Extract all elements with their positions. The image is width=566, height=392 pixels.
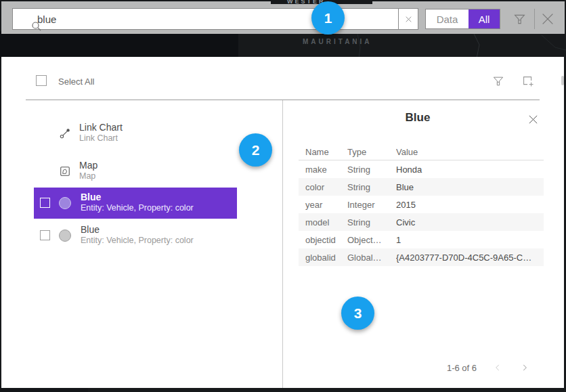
column-header-type: Type xyxy=(347,147,396,157)
select-all-checkbox[interactable] xyxy=(36,75,47,86)
table-row: color String Blue xyxy=(299,178,544,196)
attr-type: Global… xyxy=(347,253,396,263)
list-item-blue[interactable]: Blue Entity: Vehicle, Property: color xyxy=(34,220,237,251)
detail-title: Blue xyxy=(281,111,554,125)
entity-circle-icon xyxy=(59,230,71,242)
funnel-icon xyxy=(492,74,505,88)
attr-value: 1 xyxy=(396,235,544,245)
pagination-label: 1-6 of 6 xyxy=(416,363,477,373)
entity-circle-icon xyxy=(59,197,71,209)
search-results-panel: Select All Link Chart Link Chart xyxy=(1,57,564,388)
close-icon xyxy=(527,114,539,125)
list-item-title: Blue xyxy=(81,192,194,202)
annotation-badge-2: 2 xyxy=(239,133,272,167)
toolbar-filter-button[interactable] xyxy=(510,9,529,28)
attr-type: String xyxy=(347,165,396,175)
chevron-left-icon xyxy=(493,363,502,372)
attr-type: String xyxy=(347,217,396,227)
attr-type: Integer xyxy=(347,200,396,210)
panel-filter-button[interactable] xyxy=(489,72,507,90)
attribute-table-header: Name Type Value xyxy=(299,144,544,160)
annotation-badge-3: 3 xyxy=(341,297,374,330)
search-icon xyxy=(30,20,43,32)
map-label-mauritania: MAURITANIA xyxy=(303,38,372,45)
table-row: year Integer 2015 xyxy=(299,196,544,213)
table-row: make String Honda xyxy=(299,160,544,178)
attr-name: color xyxy=(299,182,347,192)
close-icon xyxy=(540,12,555,26)
table-row: objectid Object… 1 xyxy=(299,231,544,248)
list-item-map[interactable]: Map Map xyxy=(32,156,237,187)
list-item-title: Blue xyxy=(81,224,194,235)
item-checkbox[interactable] xyxy=(40,198,50,208)
attr-name: objectid xyxy=(299,235,347,245)
column-header-value: Value xyxy=(396,147,544,157)
previous-page-button[interactable] xyxy=(490,360,505,375)
select-all-label: Select All xyxy=(58,77,94,87)
link-chart-icon xyxy=(58,127,72,140)
table-row: globalid Global… {A4203777-D70D-4C5C-9A6… xyxy=(299,248,544,266)
attr-value: 2015 xyxy=(396,200,544,210)
funnel-icon xyxy=(513,12,527,26)
attr-value: Civic xyxy=(396,217,544,227)
list-item-subtitle: Link Chart xyxy=(79,133,123,144)
attribute-table: Name Type Value make String Honda color … xyxy=(299,144,544,266)
chevron-right-icon xyxy=(520,363,529,372)
map-icon xyxy=(58,165,72,178)
column-header-name: Name xyxy=(299,147,347,157)
list-item-title: Map xyxy=(79,160,97,171)
data-all-toggle: Data All xyxy=(425,9,500,29)
list-detail-divider xyxy=(282,100,283,388)
attr-value: Honda xyxy=(396,165,544,175)
detail-close-button[interactable] xyxy=(525,111,541,127)
list-item-title: Link Chart xyxy=(79,122,123,133)
attr-name: model xyxy=(299,217,347,227)
toolbar-close-button[interactable] xyxy=(538,9,557,28)
toggle-option-all[interactable]: All xyxy=(469,9,500,28)
list-item-subtitle: Entity: Vehicle, Property: color xyxy=(81,235,194,246)
attr-name: globalid xyxy=(299,253,347,263)
list-item-subtitle: Map xyxy=(79,171,97,181)
attr-name: year xyxy=(299,200,347,210)
attr-value: Blue xyxy=(396,182,544,192)
list-item-link-chart[interactable]: Link Chart Link Chart xyxy=(32,118,237,149)
next-page-button[interactable] xyxy=(517,360,532,375)
attr-type: String xyxy=(347,182,396,192)
list-item-blue-selected[interactable]: Blue Entity: Vehicle, Property: color xyxy=(34,188,237,219)
toolbar-divider xyxy=(534,9,535,29)
search-toolbar: Data All xyxy=(1,1,565,34)
clear-search-button[interactable] xyxy=(398,8,418,30)
scrollbar-thumb[interactable] xyxy=(561,76,564,85)
annotation-badge-1: 1 xyxy=(311,1,345,35)
table-row: model String Civic xyxy=(299,213,544,231)
attr-value: {A4203777-D70D-4C5C-9A65-C… xyxy=(396,253,544,263)
list-item-subtitle: Entity: Vehicle, Property: color xyxy=(81,202,194,213)
add-to-selection-button[interactable] xyxy=(519,72,537,90)
attr-type: Object… xyxy=(347,235,396,245)
attr-name: make xyxy=(299,165,347,175)
square-plus-icon xyxy=(521,74,536,89)
item-checkbox[interactable] xyxy=(40,230,50,240)
toggle-option-data[interactable]: Data xyxy=(426,9,469,28)
clear-x-icon xyxy=(404,15,413,24)
